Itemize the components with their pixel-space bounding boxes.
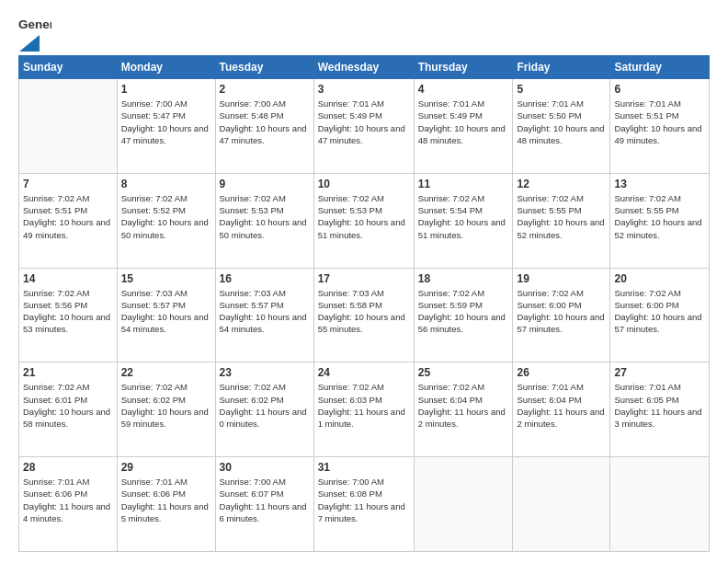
day-info: Sunrise: 7:02 AM Sunset: 5:59 PM Dayligh… xyxy=(418,287,509,336)
day-number: 14 xyxy=(23,272,113,285)
day-cell: 28Sunrise: 7:01 AM Sunset: 6:06 PM Dayli… xyxy=(19,457,118,552)
weekday-header-sunday: Sunday xyxy=(19,56,118,79)
day-number: 9 xyxy=(220,178,310,190)
day-info: Sunrise: 7:02 AM Sunset: 6:00 PM Dayligh… xyxy=(614,287,705,336)
weekday-header-saturday: Saturday xyxy=(610,56,710,79)
day-cell: 9Sunrise: 7:02 AM Sunset: 5:53 PM Daylig… xyxy=(215,173,313,268)
page: General SundayMondayTuesdayWednesdayThur… xyxy=(0,0,728,563)
week-row-2: 7Sunrise: 7:02 AM Sunset: 5:51 PM Daylig… xyxy=(19,173,710,268)
day-cell: 30Sunrise: 7:00 AM Sunset: 6:07 PM Dayli… xyxy=(215,457,313,552)
weekday-header-tuesday: Tuesday xyxy=(215,56,313,79)
day-cell: 22Sunrise: 7:02 AM Sunset: 6:02 PM Dayli… xyxy=(117,362,215,457)
day-cell: 13Sunrise: 7:02 AM Sunset: 5:55 PM Dayli… xyxy=(610,173,710,268)
day-number: 17 xyxy=(318,272,410,285)
day-number: 11 xyxy=(418,178,509,190)
day-info: Sunrise: 7:02 AM Sunset: 6:04 PM Dayligh… xyxy=(418,381,509,430)
day-number: 10 xyxy=(318,178,410,190)
day-cell: 8Sunrise: 7:02 AM Sunset: 5:52 PM Daylig… xyxy=(117,173,215,268)
day-info: Sunrise: 7:02 AM Sunset: 6:02 PM Dayligh… xyxy=(121,381,211,430)
day-number: 5 xyxy=(517,83,606,96)
day-cell: 14Sunrise: 7:02 AM Sunset: 5:56 PM Dayli… xyxy=(19,268,118,362)
day-info: Sunrise: 7:02 AM Sunset: 6:00 PM Dayligh… xyxy=(517,287,606,336)
day-info: Sunrise: 7:02 AM Sunset: 6:01 PM Dayligh… xyxy=(23,381,113,430)
week-row-4: 21Sunrise: 7:02 AM Sunset: 6:01 PM Dayli… xyxy=(19,362,710,457)
day-cell: 3Sunrise: 7:01 AM Sunset: 5:49 PM Daylig… xyxy=(313,79,414,174)
day-info: Sunrise: 7:02 AM Sunset: 6:03 PM Dayligh… xyxy=(318,381,410,430)
day-info: Sunrise: 7:00 AM Sunset: 5:48 PM Dayligh… xyxy=(220,98,310,146)
day-info: Sunrise: 7:01 AM Sunset: 6:05 PM Dayligh… xyxy=(614,381,705,430)
day-number: 29 xyxy=(121,461,211,474)
day-info: Sunrise: 7:02 AM Sunset: 5:55 PM Dayligh… xyxy=(517,192,606,241)
day-cell: 16Sunrise: 7:03 AM Sunset: 5:57 PM Dayli… xyxy=(215,268,313,362)
day-info: Sunrise: 7:01 AM Sunset: 5:49 PM Dayligh… xyxy=(318,98,410,146)
day-cell: 29Sunrise: 7:01 AM Sunset: 6:06 PM Dayli… xyxy=(117,457,215,552)
day-number: 23 xyxy=(220,366,310,379)
day-cell xyxy=(414,457,513,552)
day-info: Sunrise: 7:02 AM Sunset: 6:02 PM Dayligh… xyxy=(220,381,310,430)
day-info: Sunrise: 7:02 AM Sunset: 5:54 PM Dayligh… xyxy=(418,192,509,241)
day-number: 30 xyxy=(220,461,310,474)
day-cell: 7Sunrise: 7:02 AM Sunset: 5:51 PM Daylig… xyxy=(19,173,118,268)
day-info: Sunrise: 7:02 AM Sunset: 5:56 PM Dayligh… xyxy=(23,287,113,336)
day-cell: 1Sunrise: 7:00 AM Sunset: 5:47 PM Daylig… xyxy=(117,79,215,174)
day-info: Sunrise: 7:01 AM Sunset: 6:06 PM Dayligh… xyxy=(121,476,211,524)
day-cell: 19Sunrise: 7:02 AM Sunset: 6:00 PM Dayli… xyxy=(513,268,610,362)
day-info: Sunrise: 7:00 AM Sunset: 5:47 PM Dayligh… xyxy=(121,98,211,146)
day-number: 1 xyxy=(121,83,211,96)
logo-triangle-icon xyxy=(19,35,40,52)
day-cell: 15Sunrise: 7:03 AM Sunset: 5:57 PM Dayli… xyxy=(117,268,215,362)
day-number: 31 xyxy=(318,461,410,474)
day-info: Sunrise: 7:03 AM Sunset: 5:58 PM Dayligh… xyxy=(318,287,410,336)
day-number: 7 xyxy=(23,178,113,190)
day-number: 24 xyxy=(318,366,410,379)
day-cell: 2Sunrise: 7:00 AM Sunset: 5:48 PM Daylig… xyxy=(215,79,313,174)
day-number: 13 xyxy=(614,178,705,190)
day-info: Sunrise: 7:01 AM Sunset: 5:50 PM Dayligh… xyxy=(517,98,606,146)
header: General xyxy=(18,15,710,48)
day-cell: 11Sunrise: 7:02 AM Sunset: 5:54 PM Dayli… xyxy=(414,173,513,268)
weekday-header-friday: Friday xyxy=(513,56,610,79)
week-row-5: 28Sunrise: 7:01 AM Sunset: 6:06 PM Dayli… xyxy=(19,457,710,552)
day-number: 22 xyxy=(121,366,211,379)
day-cell: 4Sunrise: 7:01 AM Sunset: 5:49 PM Daylig… xyxy=(414,79,513,174)
day-cell: 23Sunrise: 7:02 AM Sunset: 6:02 PM Dayli… xyxy=(215,362,313,457)
day-cell: 24Sunrise: 7:02 AM Sunset: 6:03 PM Dayli… xyxy=(313,362,414,457)
day-number: 16 xyxy=(220,272,310,285)
day-info: Sunrise: 7:03 AM Sunset: 5:57 PM Dayligh… xyxy=(220,287,310,336)
day-info: Sunrise: 7:02 AM Sunset: 5:53 PM Dayligh… xyxy=(220,192,310,241)
day-number: 27 xyxy=(614,366,705,379)
day-number: 26 xyxy=(517,366,606,379)
week-row-1: 1Sunrise: 7:00 AM Sunset: 5:47 PM Daylig… xyxy=(19,79,710,174)
weekday-header-monday: Monday xyxy=(117,56,215,79)
day-number: 20 xyxy=(614,272,705,285)
weekday-header-wednesday: Wednesday xyxy=(313,56,414,79)
day-number: 15 xyxy=(121,272,211,285)
day-cell: 6Sunrise: 7:01 AM Sunset: 5:51 PM Daylig… xyxy=(610,79,710,174)
day-info: Sunrise: 7:02 AM Sunset: 5:52 PM Dayligh… xyxy=(121,192,211,241)
day-cell: 25Sunrise: 7:02 AM Sunset: 6:04 PM Dayli… xyxy=(414,362,513,457)
logo: General xyxy=(18,15,51,48)
day-cell: 26Sunrise: 7:01 AM Sunset: 6:04 PM Dayli… xyxy=(513,362,610,457)
day-cell xyxy=(19,79,118,174)
day-cell: 10Sunrise: 7:02 AM Sunset: 5:53 PM Dayli… xyxy=(313,173,414,268)
day-cell: 12Sunrise: 7:02 AM Sunset: 5:55 PM Dayli… xyxy=(513,173,610,268)
day-info: Sunrise: 7:01 AM Sunset: 5:49 PM Dayligh… xyxy=(418,98,509,146)
calendar-table: SundayMondayTuesdayWednesdayThursdayFrid… xyxy=(18,55,710,552)
day-cell: 31Sunrise: 7:00 AM Sunset: 6:08 PM Dayli… xyxy=(313,457,414,552)
day-number: 25 xyxy=(418,366,509,379)
day-info: Sunrise: 7:01 AM Sunset: 5:51 PM Dayligh… xyxy=(614,98,705,146)
day-info: Sunrise: 7:00 AM Sunset: 6:08 PM Dayligh… xyxy=(318,476,410,524)
day-info: Sunrise: 7:02 AM Sunset: 5:53 PM Dayligh… xyxy=(318,192,410,241)
day-number: 12 xyxy=(517,178,606,190)
day-cell: 20Sunrise: 7:02 AM Sunset: 6:00 PM Dayli… xyxy=(610,268,710,362)
day-info: Sunrise: 7:02 AM Sunset: 5:55 PM Dayligh… xyxy=(614,192,705,241)
day-cell: 5Sunrise: 7:01 AM Sunset: 5:50 PM Daylig… xyxy=(513,79,610,174)
weekday-header-thursday: Thursday xyxy=(414,56,513,79)
day-info: Sunrise: 7:01 AM Sunset: 6:04 PM Dayligh… xyxy=(517,381,606,430)
day-info: Sunrise: 7:01 AM Sunset: 6:06 PM Dayligh… xyxy=(23,476,113,524)
day-cell: 17Sunrise: 7:03 AM Sunset: 5:58 PM Dayli… xyxy=(313,268,414,362)
day-info: Sunrise: 7:02 AM Sunset: 5:51 PM Dayligh… xyxy=(23,192,113,241)
day-cell: 21Sunrise: 7:02 AM Sunset: 6:01 PM Dayli… xyxy=(19,362,118,457)
day-number: 8 xyxy=(121,178,211,190)
day-number: 21 xyxy=(23,366,113,379)
